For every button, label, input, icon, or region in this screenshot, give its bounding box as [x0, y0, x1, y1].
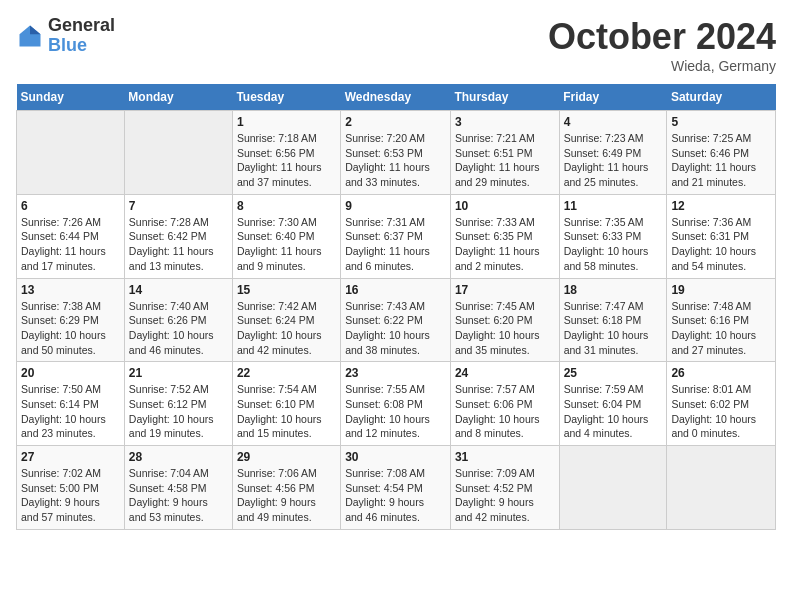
day-info: Sunrise: 7:04 AM Sunset: 4:58 PM Dayligh… [129, 466, 228, 525]
day-info: Sunrise: 7:43 AM Sunset: 6:22 PM Dayligh… [345, 299, 446, 358]
logo-text: General Blue [48, 16, 115, 56]
day-info: Sunrise: 7:36 AM Sunset: 6:31 PM Dayligh… [671, 215, 771, 274]
calendar-cell [667, 446, 776, 530]
calendar-cell: 18Sunrise: 7:47 AM Sunset: 6:18 PM Dayli… [559, 278, 667, 362]
day-info: Sunrise: 7:33 AM Sunset: 6:35 PM Dayligh… [455, 215, 555, 274]
day-info: Sunrise: 7:18 AM Sunset: 6:56 PM Dayligh… [237, 131, 336, 190]
calendar-cell: 11Sunrise: 7:35 AM Sunset: 6:33 PM Dayli… [559, 194, 667, 278]
month-title: October 2024 [548, 16, 776, 58]
day-number: 8 [237, 199, 336, 213]
weekday-header: Sunday [17, 84, 125, 111]
day-number: 16 [345, 283, 446, 297]
day-number: 15 [237, 283, 336, 297]
day-info: Sunrise: 7:21 AM Sunset: 6:51 PM Dayligh… [455, 131, 555, 190]
calendar-cell: 7Sunrise: 7:28 AM Sunset: 6:42 PM Daylig… [124, 194, 232, 278]
title-block: October 2024 Wieda, Germany [548, 16, 776, 74]
calendar-cell [124, 111, 232, 195]
day-number: 10 [455, 199, 555, 213]
calendar-cell: 17Sunrise: 7:45 AM Sunset: 6:20 PM Dayli… [450, 278, 559, 362]
day-info: Sunrise: 7:30 AM Sunset: 6:40 PM Dayligh… [237, 215, 336, 274]
day-number: 2 [345, 115, 446, 129]
calendar-week-row: 27Sunrise: 7:02 AM Sunset: 5:00 PM Dayli… [17, 446, 776, 530]
day-number: 6 [21, 199, 120, 213]
day-info: Sunrise: 7:06 AM Sunset: 4:56 PM Dayligh… [237, 466, 336, 525]
calendar-cell: 19Sunrise: 7:48 AM Sunset: 6:16 PM Dayli… [667, 278, 776, 362]
day-number: 19 [671, 283, 771, 297]
calendar-week-row: 20Sunrise: 7:50 AM Sunset: 6:14 PM Dayli… [17, 362, 776, 446]
day-info: Sunrise: 7:47 AM Sunset: 6:18 PM Dayligh… [564, 299, 663, 358]
day-number: 22 [237, 366, 336, 380]
calendar-cell: 10Sunrise: 7:33 AM Sunset: 6:35 PM Dayli… [450, 194, 559, 278]
calendar-cell: 16Sunrise: 7:43 AM Sunset: 6:22 PM Dayli… [341, 278, 451, 362]
day-number: 13 [21, 283, 120, 297]
calendar-cell: 14Sunrise: 7:40 AM Sunset: 6:26 PM Dayli… [124, 278, 232, 362]
calendar-cell: 3Sunrise: 7:21 AM Sunset: 6:51 PM Daylig… [450, 111, 559, 195]
calendar-cell [17, 111, 125, 195]
calendar-table: SundayMondayTuesdayWednesdayThursdayFrid… [16, 84, 776, 530]
calendar-cell: 20Sunrise: 7:50 AM Sunset: 6:14 PM Dayli… [17, 362, 125, 446]
day-info: Sunrise: 7:54 AM Sunset: 6:10 PM Dayligh… [237, 382, 336, 441]
day-number: 23 [345, 366, 446, 380]
logo: General Blue [16, 16, 115, 56]
logo-blue-text: Blue [48, 36, 115, 56]
day-info: Sunrise: 7:02 AM Sunset: 5:00 PM Dayligh… [21, 466, 120, 525]
calendar-cell: 29Sunrise: 7:06 AM Sunset: 4:56 PM Dayli… [232, 446, 340, 530]
page-header: General Blue October 2024 Wieda, Germany [16, 16, 776, 74]
logo-general-text: General [48, 16, 115, 36]
weekday-row: SundayMondayTuesdayWednesdayThursdayFrid… [17, 84, 776, 111]
day-info: Sunrise: 7:42 AM Sunset: 6:24 PM Dayligh… [237, 299, 336, 358]
day-info: Sunrise: 7:35 AM Sunset: 6:33 PM Dayligh… [564, 215, 663, 274]
day-number: 31 [455, 450, 555, 464]
day-number: 27 [21, 450, 120, 464]
day-number: 30 [345, 450, 446, 464]
day-info: Sunrise: 7:25 AM Sunset: 6:46 PM Dayligh… [671, 131, 771, 190]
day-number: 9 [345, 199, 446, 213]
day-number: 26 [671, 366, 771, 380]
day-info: Sunrise: 7:26 AM Sunset: 6:44 PM Dayligh… [21, 215, 120, 274]
weekday-header: Wednesday [341, 84, 451, 111]
calendar-cell: 22Sunrise: 7:54 AM Sunset: 6:10 PM Dayli… [232, 362, 340, 446]
day-number: 11 [564, 199, 663, 213]
calendar-cell: 5Sunrise: 7:25 AM Sunset: 6:46 PM Daylig… [667, 111, 776, 195]
day-info: Sunrise: 7:52 AM Sunset: 6:12 PM Dayligh… [129, 382, 228, 441]
calendar-body: 1Sunrise: 7:18 AM Sunset: 6:56 PM Daylig… [17, 111, 776, 530]
day-number: 12 [671, 199, 771, 213]
calendar-cell: 31Sunrise: 7:09 AM Sunset: 4:52 PM Dayli… [450, 446, 559, 530]
weekday-header: Saturday [667, 84, 776, 111]
day-info: Sunrise: 8:01 AM Sunset: 6:02 PM Dayligh… [671, 382, 771, 441]
calendar-cell: 8Sunrise: 7:30 AM Sunset: 6:40 PM Daylig… [232, 194, 340, 278]
day-info: Sunrise: 7:38 AM Sunset: 6:29 PM Dayligh… [21, 299, 120, 358]
day-number: 29 [237, 450, 336, 464]
calendar-cell: 15Sunrise: 7:42 AM Sunset: 6:24 PM Dayli… [232, 278, 340, 362]
day-info: Sunrise: 7:57 AM Sunset: 6:06 PM Dayligh… [455, 382, 555, 441]
calendar-cell: 9Sunrise: 7:31 AM Sunset: 6:37 PM Daylig… [341, 194, 451, 278]
day-info: Sunrise: 7:55 AM Sunset: 6:08 PM Dayligh… [345, 382, 446, 441]
calendar-cell: 4Sunrise: 7:23 AM Sunset: 6:49 PM Daylig… [559, 111, 667, 195]
day-info: Sunrise: 7:59 AM Sunset: 6:04 PM Dayligh… [564, 382, 663, 441]
calendar-cell: 23Sunrise: 7:55 AM Sunset: 6:08 PM Dayli… [341, 362, 451, 446]
day-number: 7 [129, 199, 228, 213]
calendar-cell: 27Sunrise: 7:02 AM Sunset: 5:00 PM Dayli… [17, 446, 125, 530]
day-info: Sunrise: 7:45 AM Sunset: 6:20 PM Dayligh… [455, 299, 555, 358]
day-info: Sunrise: 7:48 AM Sunset: 6:16 PM Dayligh… [671, 299, 771, 358]
calendar-cell: 30Sunrise: 7:08 AM Sunset: 4:54 PM Dayli… [341, 446, 451, 530]
logo-icon [16, 22, 44, 50]
day-info: Sunrise: 7:20 AM Sunset: 6:53 PM Dayligh… [345, 131, 446, 190]
day-info: Sunrise: 7:31 AM Sunset: 6:37 PM Dayligh… [345, 215, 446, 274]
weekday-header: Thursday [450, 84, 559, 111]
day-number: 25 [564, 366, 663, 380]
calendar-week-row: 6Sunrise: 7:26 AM Sunset: 6:44 PM Daylig… [17, 194, 776, 278]
day-number: 17 [455, 283, 555, 297]
day-info: Sunrise: 7:23 AM Sunset: 6:49 PM Dayligh… [564, 131, 663, 190]
day-number: 21 [129, 366, 228, 380]
day-info: Sunrise: 7:09 AM Sunset: 4:52 PM Dayligh… [455, 466, 555, 525]
calendar-cell: 12Sunrise: 7:36 AM Sunset: 6:31 PM Dayli… [667, 194, 776, 278]
calendar-cell [559, 446, 667, 530]
calendar-cell: 2Sunrise: 7:20 AM Sunset: 6:53 PM Daylig… [341, 111, 451, 195]
weekday-header: Friday [559, 84, 667, 111]
day-info: Sunrise: 7:08 AM Sunset: 4:54 PM Dayligh… [345, 466, 446, 525]
day-number: 28 [129, 450, 228, 464]
weekday-header: Monday [124, 84, 232, 111]
calendar-cell: 24Sunrise: 7:57 AM Sunset: 6:06 PM Dayli… [450, 362, 559, 446]
calendar-header: SundayMondayTuesdayWednesdayThursdayFrid… [17, 84, 776, 111]
